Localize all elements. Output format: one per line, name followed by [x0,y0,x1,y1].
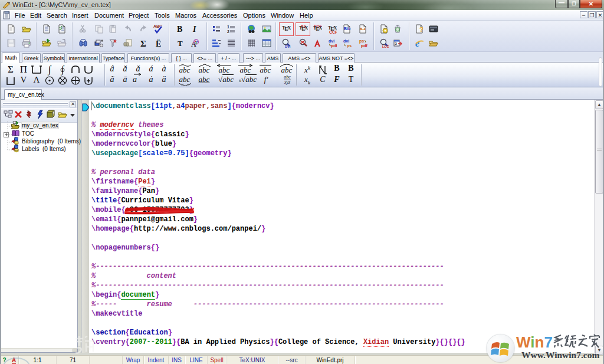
svg-text:2: 2 [227,29,229,34]
svg-text:Ë: Ë [156,40,161,48]
svg-text:1: 1 [227,25,229,29]
svg-text:X: X [304,25,308,31]
svg-text:X: X [319,25,322,31]
svg-text:T: T [178,39,183,48]
svg-text:B: B [177,25,182,34]
svg-text:dvi: dvi [329,39,334,43]
svg-text:ps: ps [359,39,364,44]
svg-text:CCP: CCP [329,30,337,34]
svg-text:I: I [192,25,196,34]
svg-text:LOG: LOG [382,45,389,48]
svg-text:dvi: dvi [343,39,349,43]
svg-text:a-z: a-z [360,27,366,31]
svg-text:pdf: pdf [361,44,367,48]
svg-text:DVI: DVI [285,45,291,48]
svg-text:pdf: pdf [331,44,337,48]
svg-text:?: ? [419,26,424,33]
svg-text:X: X [287,25,291,31]
svg-text:Bib: Bib [344,27,350,31]
svg-text:Σ: Σ [140,39,146,48]
svg-text:ps: ps [347,44,352,48]
